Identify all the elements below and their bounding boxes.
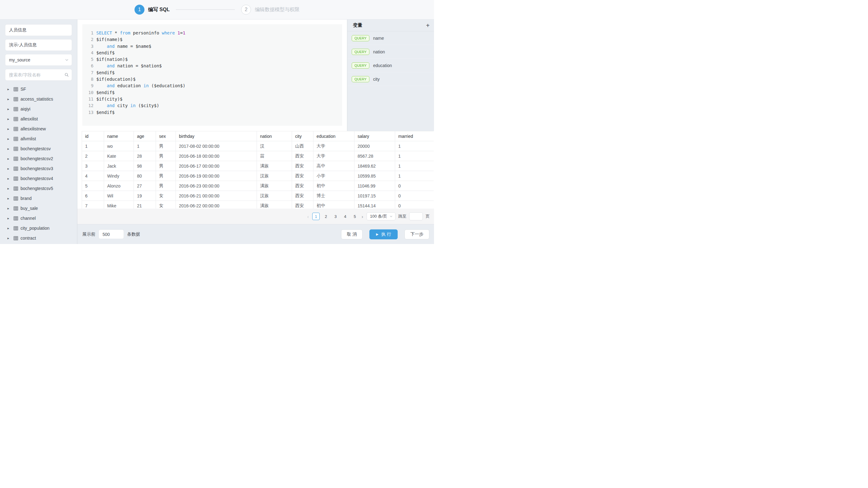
table-tree-item-aiqiyi[interactable]: ▸aiqiyi — [0, 104, 77, 114]
table-tree-item-brand[interactable]: ▸brand — [0, 193, 77, 203]
query-tag: QUERY — [352, 49, 369, 55]
page-number-1[interactable]: 1 — [312, 213, 320, 220]
table-tree-item-allesxilist[interactable]: ▸allesxilist — [0, 114, 77, 124]
variables-title: 变量 — [353, 22, 362, 28]
table-name-label: contract — [21, 236, 36, 240]
caret-right-icon[interactable]: ▸ — [7, 127, 14, 131]
caret-right-icon[interactable]: ▸ — [7, 117, 14, 121]
table-name-label: SF — [21, 87, 26, 92]
table-tree-item-access_statistics[interactable]: ▸access_statistics — [0, 94, 77, 104]
table-row: 5Alonzo27男2016-06-23 00:00:00满族西安初中11046… — [82, 181, 434, 191]
variable-row-name[interactable]: QUERYname — [347, 31, 434, 45]
table-row: 6Wil19女2016-06-21 00:00:00汉族西安博士10197.15… — [82, 191, 434, 201]
table-cell: 8567.28 — [354, 151, 395, 161]
table-cell: 女 — [156, 191, 176, 201]
caret-right-icon[interactable]: ▸ — [7, 226, 14, 230]
sql-code-editor[interactable]: 1SELECT * from personinfo where 1=12$if(… — [82, 24, 342, 126]
code-line-3: 3 and name = $name$ — [87, 43, 342, 50]
table-cell: Windy — [104, 171, 134, 181]
table-tree-item-bochengtestcsv2[interactable]: ▸bochengtestcsv2 — [0, 154, 77, 164]
next-step-button[interactable]: 下一步 — [404, 229, 429, 239]
variable-row-city[interactable]: QUERYcity — [347, 72, 434, 86]
caret-right-icon[interactable]: ▸ — [7, 216, 14, 220]
dataset-name-input[interactable] — [9, 28, 68, 33]
page-size-select[interactable]: 100 条/页 — [367, 212, 396, 220]
table-tree-item-bochengtestcsv[interactable]: ▸bochengtestcsv — [0, 144, 77, 154]
table-tree-item-bochengtestcsv4[interactable]: ▸bochengtestcsv4 — [0, 173, 77, 184]
table-tree-item-contract[interactable]: ▸contract — [0, 233, 77, 243]
table-tree-item-SF[interactable]: ▸SF — [0, 84, 77, 94]
variable-row-education[interactable]: QUERYeducation — [347, 59, 434, 72]
table-search-input[interactable] — [9, 72, 68, 77]
table-cell: 汉族 — [257, 191, 292, 201]
variable-name: name — [373, 36, 384, 41]
caret-right-icon[interactable]: ▸ — [7, 236, 14, 240]
sql-editor-wrap: 1SELECT * from personinfo where 1=12$if(… — [78, 20, 347, 131]
caret-right-icon[interactable]: ▸ — [7, 167, 14, 171]
play-icon: ▶ — [376, 232, 378, 236]
table-cell: wo — [104, 141, 134, 151]
code-line-5: 5$if(nation)$ — [87, 56, 342, 63]
table-cell: 7 — [82, 201, 104, 209]
query-tag: QUERY — [352, 62, 369, 69]
table-cell: 27 — [134, 181, 156, 191]
table-tree-item-allesxilistnew[interactable]: ▸allesxilistnew — [0, 124, 77, 134]
caret-right-icon[interactable]: ▸ — [7, 157, 14, 161]
variable-row-nation[interactable]: QUERYnation — [347, 45, 434, 59]
table-grid-icon — [14, 147, 18, 151]
run-button[interactable]: ▶ 执 行 — [369, 229, 398, 239]
table-name-label: bochengtestcsv5 — [21, 186, 53, 191]
step-2-circle: 2 — [241, 5, 251, 14]
caret-right-icon[interactable]: ▸ — [7, 107, 14, 111]
caret-right-icon[interactable]: ▸ — [7, 196, 14, 200]
table-grid-icon — [14, 167, 18, 171]
table-grid-icon — [14, 196, 18, 200]
query-tag: QUERY — [352, 35, 369, 41]
next-page-button[interactable]: › — [361, 214, 364, 219]
caret-right-icon[interactable]: ▸ — [7, 187, 14, 191]
caret-right-icon[interactable]: ▸ — [7, 176, 14, 181]
table-row: 7Mike21女2016-06-22 00:00:00满族西安初中15144.1… — [82, 201, 434, 209]
table-cell: 男 — [156, 141, 176, 151]
code-line-6: 6 and nation = $nation$ — [87, 63, 342, 69]
table-tree-item-buy_sale[interactable]: ▸buy_sale — [0, 203, 77, 213]
caret-right-icon[interactable]: ▸ — [7, 137, 14, 141]
sql-section: 1SELECT * from personinfo where 1=12$if(… — [78, 20, 434, 131]
code-line-10: 10$endif$ — [87, 89, 342, 96]
table-cell: 西安 — [292, 201, 313, 209]
table-cell: 0 — [395, 191, 434, 201]
table-tree-item-channel[interactable]: ▸channel — [0, 213, 77, 223]
page-number-3[interactable]: 3 — [332, 213, 339, 220]
page-number-2[interactable]: 2 — [322, 213, 329, 220]
caret-right-icon[interactable]: ▸ — [7, 87, 14, 91]
dataset-display-name-input[interactable] — [9, 42, 68, 47]
step-connector-line — [176, 9, 235, 10]
table-tree-item-city_population[interactable]: ▸city_population — [0, 223, 77, 233]
step-2-label: 编辑数据模型与权限 — [255, 6, 300, 13]
table-cell: 博士 — [313, 191, 354, 201]
table-cell: 6 — [82, 191, 104, 201]
page-number-4[interactable]: 4 — [342, 213, 348, 220]
caret-right-icon[interactable]: ▸ — [7, 206, 14, 210]
table-cell: 19 — [134, 191, 156, 201]
table-name-label: allvmlist — [21, 136, 36, 141]
table-tree-item-bochengtestcsv3[interactable]: ▸bochengtestcsv3 — [0, 164, 77, 173]
table-cell: 1 — [82, 141, 104, 151]
table-tree-item-bochengtestcsv5[interactable]: ▸bochengtestcsv5 — [0, 184, 77, 193]
add-variable-button[interactable]: + — [426, 22, 430, 29]
table-grid-icon — [14, 206, 18, 210]
table-cell: 15144.14 — [354, 201, 395, 209]
cancel-button[interactable]: 取 消 — [341, 229, 363, 239]
table-cell: 满族 — [257, 201, 292, 209]
table-tree-item-allvmlist[interactable]: ▸allvmlist — [0, 134, 77, 144]
prev-page-button[interactable]: ‹ — [307, 214, 309, 219]
jump-to-page-input[interactable] — [409, 212, 423, 220]
table-cell: 男 — [156, 151, 176, 161]
row-limit-input[interactable] — [98, 229, 124, 239]
caret-right-icon[interactable]: ▸ — [7, 97, 14, 101]
chevron-down-icon — [65, 58, 69, 62]
caret-right-icon[interactable]: ▸ — [7, 147, 14, 151]
datasource-select[interactable]: my_source — [5, 54, 72, 66]
page-number-5[interactable]: 5 — [351, 213, 358, 220]
table-name-label: allesxilist — [21, 117, 38, 121]
